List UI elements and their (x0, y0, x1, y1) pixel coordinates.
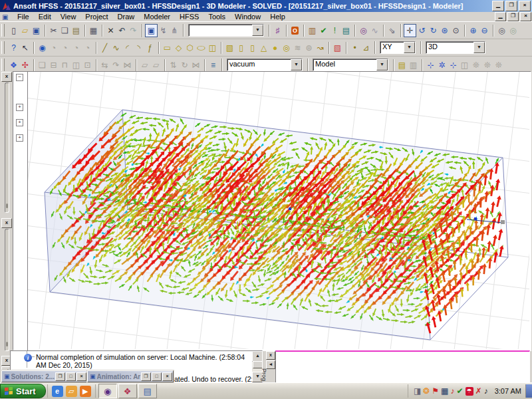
hfss-taskbar-button[interactable]: ◉ (98, 384, 117, 398)
draw-ellipse-icon[interactable]: ◯ (196, 42, 207, 54)
mdi-restore-button[interactable]: ❐ (507, 12, 519, 21)
scroll-up-button[interactable]: ▲ (252, 351, 263, 362)
drawing-plane-combo[interactable]: XY▼ (380, 41, 416, 54)
draw-circle-icon[interactable]: ◇ (173, 42, 184, 54)
menu-help[interactable]: Help (265, 13, 290, 21)
explorer-folder-icon[interactable]: ▱ (66, 386, 77, 397)
antivirus-status-icon[interactable]: ✔ (456, 386, 463, 396)
project-manager-collapsed-bar[interactable] (5, 82, 9, 213)
analyze-icon[interactable]: ! (329, 25, 340, 37)
open-icon[interactable]: ▱ (19, 25, 31, 37)
mdi-minimize-button[interactable]: ▁ (495, 12, 506, 21)
local-machine-icon[interactable]: ▣ (145, 24, 158, 37)
undo-icon[interactable]: ↶ (116, 25, 128, 37)
report-curve-icon[interactable]: ∿ (369, 25, 380, 37)
print-icon[interactable]: ▦ (88, 25, 99, 37)
minimize-button[interactable]: ▁ (492, 1, 504, 11)
rotate-screen-icon[interactable]: ⊛ (439, 25, 450, 37)
drawing-plane-combo-dropdown-button[interactable]: ▼ (404, 42, 415, 53)
remote-machine-icon[interactable]: ↯ (158, 25, 169, 37)
menu-file[interactable]: File (13, 13, 34, 21)
show-all-icon[interactable]: ◔ (82, 42, 93, 54)
menu-hfss[interactable]: HFSS (175, 13, 203, 21)
view-mode-combo-dropdown-button[interactable]: ▼ (473, 42, 485, 53)
material-combo[interactable]: vacuum▼ (227, 59, 303, 71)
display-settings-icon[interactable]: ▦ (441, 386, 448, 396)
draw-sphere-icon[interactable]: ● (269, 42, 281, 54)
animation-minimized-window[interactable]: ▣ Animation: Ani... ❐ □ × (87, 370, 174, 382)
draw-rectangle-icon[interactable]: ▭ (162, 42, 173, 54)
duplicate-along-line-icon[interactable]: ⇆ (99, 59, 110, 71)
thicken-sheet-icon[interactable]: ⇅ (168, 59, 179, 71)
help-topics-icon[interactable]: ? (8, 42, 19, 54)
validate-icon[interactable]: ✔ (318, 25, 329, 37)
duplicate-around-axis-icon[interactable]: ↷ (110, 59, 122, 71)
object-type-combo[interactable]: Model▼ (313, 59, 388, 71)
show-selection-icon[interactable]: ◔ (59, 42, 70, 54)
wireframe-box-icon[interactable]: ▧ (332, 42, 343, 54)
project-tree-strip[interactable]: − + + + (13, 71, 29, 350)
draw-line-icon[interactable]: ╱ (99, 42, 110, 54)
sweep-icon[interactable]: ↝ (315, 42, 326, 54)
draw-cylinder-icon[interactable]: ▯ (235, 42, 247, 54)
copy-image-icon[interactable]: ⇘ (386, 25, 398, 37)
draw-arc-center-icon[interactable]: ◜ (122, 42, 133, 54)
draw-rect-corner-icon[interactable]: ◫ (207, 42, 218, 54)
solution-data-icon[interactable]: ▥ (307, 25, 318, 37)
pan-icon[interactable]: ✛ (404, 24, 416, 37)
modeler-viewport[interactable] (27, 71, 531, 351)
visibility-icon[interactable]: ◉ (37, 42, 48, 54)
zoom-fit-icon[interactable]: ◎ (507, 25, 519, 37)
zoom-dynamic-icon[interactable]: ⊙ (450, 25, 462, 37)
menu-view[interactable]: View (56, 13, 81, 21)
cs-select-icon[interactable]: ❊ (481, 59, 493, 71)
menu-tools[interactable]: Tools (203, 13, 230, 21)
object-stack-icon[interactable]: ≡ (207, 59, 219, 71)
new-icon[interactable]: ▯ (8, 25, 19, 37)
zoom-in-icon[interactable]: ⊕ (467, 25, 479, 37)
draw-point-icon[interactable]: • (349, 42, 360, 54)
volume-warning-icon[interactable]: ♪ (450, 386, 454, 396)
vector-field-plot[interactable] (28, 72, 529, 349)
solve-setup-combo[interactable]: ▼ (188, 24, 264, 37)
animation-maximize-button[interactable]: □ (152, 372, 162, 381)
properties-panel-collapsed[interactable]: x (1, 217, 12, 353)
delete-icon[interactable]: ✕ (105, 25, 116, 37)
mirror-icon[interactable]: ⋈ (190, 59, 201, 71)
rotate-model-icon[interactable]: ↺ (416, 25, 428, 37)
safely-remove-hardware-icon[interactable]: ◨ (414, 386, 421, 396)
cs-delete-icon[interactable]: ❊ (470, 59, 481, 71)
unite-icon[interactable]: ❏ (37, 59, 48, 71)
cover-lines-icon[interactable]: ▱ (139, 59, 150, 71)
redo-icon[interactable]: ↷ (128, 25, 139, 37)
close-button[interactable]: × (519, 1, 531, 11)
draw-plane-icon[interactable]: ⊿ (360, 42, 372, 54)
draw-equation-curve-icon[interactable]: ƒ (144, 42, 156, 54)
cs-edit-icon[interactable]: ◫ (459, 59, 470, 71)
menu-window[interactable]: Window (230, 13, 265, 21)
restore-button[interactable]: ❐ (505, 1, 517, 11)
properties-close-button[interactable]: x (1, 218, 12, 228)
zoom-out-icon[interactable]: ⊖ (479, 25, 490, 37)
mdi-child-icon[interactable]: ▣ (2, 13, 10, 21)
sweep-around-axis-icon[interactable]: ↻ (179, 59, 190, 71)
draw-box-icon[interactable]: ▧ (224, 42, 235, 54)
animation-close-button[interactable]: × (162, 372, 172, 381)
separate-bodies-icon[interactable]: ⊡ (82, 59, 93, 71)
project-manager-panel-collapsed[interactable]: x (1, 71, 12, 215)
duplicate-mirror-icon[interactable]: ⋈ (122, 59, 133, 71)
draw-spiral-icon[interactable]: ⊚ (303, 42, 315, 54)
tree-collapse-box[interactable]: − (16, 74, 23, 81)
project-manager-close-button[interactable]: x (1, 72, 12, 82)
draw-cone-icon[interactable]: △ (258, 42, 269, 54)
field-plot-icon[interactable]: ◎ (358, 25, 369, 37)
solve-setup-combo-dropdown-button[interactable]: ▼ (252, 25, 263, 36)
solutions-maximize-button[interactable]: □ (66, 372, 76, 381)
create-region-icon[interactable]: ▥ (408, 59, 419, 71)
properties-collapsed-bar[interactable] (5, 229, 9, 351)
save-icon[interactable]: ▣ (31, 25, 42, 37)
show-desktop-button[interactable] (525, 384, 532, 398)
modeler-tool-icon[interactable]: ❖ (8, 59, 19, 71)
context-help-icon[interactable]: ↖ (19, 42, 31, 54)
rotate-axis-icon[interactable]: ↻ (428, 25, 439, 37)
